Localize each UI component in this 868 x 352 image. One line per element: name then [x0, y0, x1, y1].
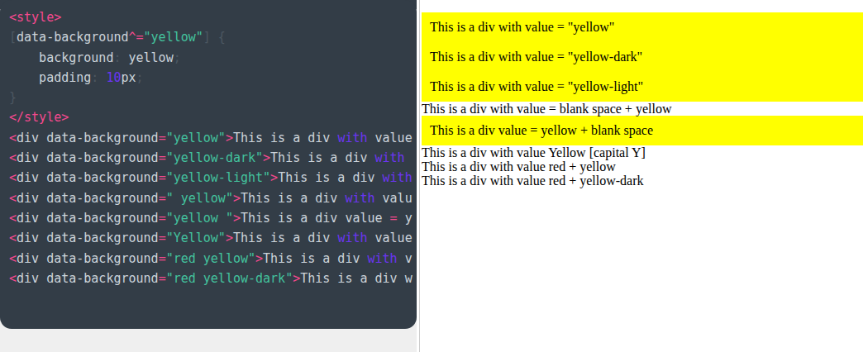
result-item-highlighted: This is a div value = yellow + blank spa… — [422, 116, 863, 145]
code-token: div data-background — [17, 191, 159, 206]
code-token: div data-background — [17, 231, 159, 245]
result-item: This is a div with value red + yellow-da… — [422, 174, 863, 188]
code-token: value — [368, 131, 413, 145]
code-line: <div data-background="yellow-dark">This … — [9, 148, 417, 168]
code-token: : — [113, 50, 128, 65]
code-token: background — [9, 50, 113, 65]
code-token: < — [9, 251, 17, 266]
code-token: > — [226, 231, 233, 245]
code-token: y — [398, 211, 413, 226]
code-token: div data-background — [17, 170, 159, 185]
code-token: with — [368, 251, 398, 266]
code-token: "yellow" — [166, 131, 226, 145]
code-token: > — [233, 191, 241, 206]
code-token: [ — [9, 30, 17, 45]
code-token: with — [337, 131, 367, 145]
code-line: } — [9, 88, 417, 107]
code-token: div data-background — [17, 150, 159, 165]
code-token: ] { — [203, 30, 226, 45]
code-editor[interactable]: <style>[data-background^="yellow"] { bac… — [0, 0, 417, 329]
code-token: div data-background — [17, 251, 159, 266]
code-token: > — [263, 150, 270, 165]
code-token: = — [390, 211, 398, 226]
code-token: v — [398, 251, 413, 266]
code-token: padding — [9, 70, 91, 85]
code-token: This is a div — [233, 131, 337, 145]
result-item-highlighted: This is a div with value = "yellow" — [422, 12, 863, 42]
code-token: "yellow-light" — [166, 170, 270, 185]
code-line: [data-background^="yellow"] { — [9, 27, 417, 47]
code-token: "yellow " — [166, 211, 233, 226]
code-token: < — [9, 191, 17, 206]
code-token: with — [345, 191, 374, 206]
code-token: < — [9, 170, 17, 185]
code-token: ; — [136, 70, 144, 85]
code-token: div data-background — [17, 131, 159, 145]
code-token: with — [375, 150, 405, 165]
code-token: > — [255, 251, 263, 266]
code-token: "red yellow" — [166, 251, 255, 266]
code-token: yellow — [129, 50, 174, 65]
code-line: <style> — [9, 7, 417, 27]
code-token: "yellow" — [144, 30, 203, 45]
code-token: 10 — [106, 70, 121, 85]
result-item-highlighted: This is a div with value = "yellow-dark" — [422, 42, 863, 72]
code-content: <style>[data-background^="yellow"] { bac… — [9, 7, 417, 288]
code-token: } — [9, 90, 17, 105]
code-token: < — [9, 131, 17, 145]
code-token: This is a div — [278, 170, 382, 185]
code-token: : — [91, 70, 106, 85]
code-line: <div data-background="Yellow">This is a … — [9, 228, 417, 248]
code-token: = — [159, 191, 166, 206]
code-token: ; — [174, 50, 181, 65]
code-token: > — [270, 170, 278, 185]
code-line: background: yellow; — [9, 48, 417, 68]
code-token: div data-background — [17, 271, 159, 286]
code-token: = — [159, 211, 166, 226]
code-token: This is a div w — [300, 271, 412, 286]
code-token: < — [9, 231, 17, 245]
result-pane: This is a div with value = "yellow"This … — [420, 0, 868, 352]
result-item: This is a div with value Yellow [capital… — [422, 145, 863, 159]
code-line: <div data-background="yellow-light">This… — [9, 168, 417, 188]
code-token: "Yellow" — [166, 231, 226, 245]
code-token: px — [121, 70, 136, 85]
code-line: </style> — [9, 107, 417, 127]
result-item: This is a div with value red + yellow — [422, 159, 863, 174]
code-token: <style> — [9, 10, 61, 25]
code-token: < — [9, 150, 17, 165]
code-token: = — [159, 251, 166, 266]
code-token: = — [159, 271, 166, 286]
code-token: < — [9, 211, 17, 226]
code-token: > — [233, 211, 241, 226]
code-token: = — [159, 131, 166, 145]
code-token: This is a div — [270, 150, 374, 165]
code-line: <div data-background="red yellow-dark">T… — [9, 269, 417, 288]
code-token: < — [9, 271, 17, 286]
code-token: This is a div value — [241, 211, 390, 226]
code-line: padding: 10px; — [9, 68, 417, 88]
code-token: This is a div — [241, 191, 345, 206]
code-line: <div data-background="yellow">This is a … — [9, 128, 417, 148]
code-token: "red yellow-dark" — [166, 271, 293, 286]
code-token: "yellow-dark" — [166, 150, 263, 165]
code-token: valu — [375, 191, 413, 206]
code-token: This is a div — [263, 251, 367, 266]
code-token: with — [337, 231, 367, 245]
code-pane: <style>[data-background^="yellow"] { bac… — [0, 0, 419, 352]
code-token: = — [159, 170, 166, 185]
code-line: <div data-background="red yellow">This i… — [9, 249, 417, 269]
code-token: > — [293, 271, 300, 286]
code-line: <div data-background=" yellow">This is a… — [9, 188, 417, 208]
code-token: > — [226, 131, 233, 145]
code-token: = — [159, 150, 166, 165]
code-token: " yellow" — [166, 191, 233, 206]
code-line: <div data-background="yellow ">This is a… — [9, 208, 417, 228]
code-token: value — [368, 231, 413, 245]
code-token: ^= — [129, 30, 144, 45]
code-token: with — [383, 170, 413, 185]
code-token: </style> — [9, 110, 69, 125]
code-token: data-background — [17, 30, 128, 45]
code-token: = — [159, 231, 166, 245]
code-token: div data-background — [17, 211, 159, 226]
